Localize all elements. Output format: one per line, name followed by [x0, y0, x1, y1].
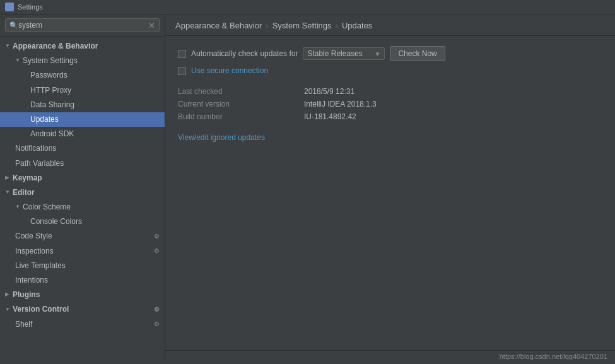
sidebar-item-updates[interactable]: Updates	[0, 112, 165, 127]
content-panel: Appearance & Behavior › System Settings …	[165, 15, 615, 362]
sidebar-item-keymap[interactable]: Keymap	[0, 171, 165, 185]
search-bar: ✕	[0, 15, 165, 37]
clear-search-icon[interactable]: ✕	[148, 21, 155, 30]
secure-connection-label: Use secure connection	[191, 66, 268, 75]
search-input-wrapper[interactable]: ✕	[5, 18, 160, 32]
status-bar: https://blog.csdn.net/lqq404270201	[165, 350, 615, 362]
sidebar-item-path-variables[interactable]: Path Variables	[0, 156, 165, 171]
code-style-badge: ⚙	[154, 232, 160, 242]
expand-icon	[15, 57, 21, 65]
breadcrumb-part-2: System Settings	[272, 21, 332, 30]
build-number-label: Build number	[178, 112, 254, 121]
channel-dropdown-wrapper[interactable]: Stable Releases Beta Releases EAP ▼	[303, 47, 385, 60]
view-ignored-updates-link[interactable]: View/edit ignored updates	[178, 133, 265, 142]
sidebar-item-label: HTTP Proxy	[30, 85, 71, 97]
sidebar-item-version-control[interactable]: Version Control ⚙	[0, 302, 165, 317]
last-checked-label: Last checked	[178, 87, 254, 96]
current-version-row: Current version IntelliJ IDEA 2018.1.3	[178, 98, 602, 110]
expand-icon	[5, 174, 11, 182]
sidebar-item-label: Inspections	[15, 245, 54, 257]
current-version-label: Current version	[178, 100, 254, 109]
sidebar-item-label: Code Style	[15, 230, 52, 242]
shelf-badge: ⚙	[154, 319, 160, 329]
title-bar: Settings	[0, 0, 615, 15]
inspections-badge: ⚙	[154, 246, 160, 256]
settings-content: Automatically check updates for Stable R…	[165, 36, 615, 350]
auto-check-checkbox[interactable]	[178, 50, 186, 58]
sidebar-item-label: Plugins	[13, 289, 40, 301]
sidebar-item-android-sdk[interactable]: Android SDK	[0, 127, 165, 141]
info-table: Last checked 2018/5/9 12:31 Current vers…	[178, 85, 602, 123]
breadcrumb-sep-1: ›	[266, 21, 268, 30]
expand-icon	[5, 306, 11, 314]
last-checked-value: 2018/5/9 12:31	[304, 87, 354, 96]
last-checked-row: Last checked 2018/5/9 12:31	[178, 85, 602, 98]
current-version-value: IntelliJ IDEA 2018.1.3	[304, 100, 377, 109]
version-control-badge: ⚙	[154, 305, 160, 315]
sidebar-item-label: Shelf	[15, 319, 32, 331]
sidebar-item-label: Keymap	[13, 172, 42, 184]
expand-icon	[5, 42, 11, 50]
sidebar-item-shelf[interactable]: Shelf ⚙	[0, 317, 165, 332]
sidebar-item-inspections[interactable]: Inspections ⚙	[0, 244, 165, 259]
channel-select[interactable]: Stable Releases Beta Releases EAP	[307, 49, 374, 58]
sidebar-item-intentions[interactable]: Intentions	[0, 273, 165, 288]
expand-icon	[5, 189, 11, 197]
sidebar-item-http-proxy[interactable]: HTTP Proxy	[0, 83, 165, 98]
breadcrumb: Appearance & Behavior › System Settings …	[165, 15, 615, 36]
secure-connection-checkbox[interactable]	[178, 67, 186, 75]
sidebar-item-label: Updates	[30, 114, 59, 126]
sidebar-item-notifications[interactable]: Notifications	[0, 141, 165, 156]
secure-connection-row: Use secure connection	[178, 66, 602, 75]
auto-check-label: Automatically check updates for	[191, 49, 298, 58]
tree-container: Appearance & Behavior System Settings Pa…	[0, 37, 165, 362]
sidebar-item-color-scheme[interactable]: Color Scheme	[0, 200, 165, 214]
expand-icon	[15, 203, 21, 211]
sidebar-item-label: Live Templates	[15, 260, 66, 272]
sidebar-item-label: System Settings	[23, 55, 78, 67]
breadcrumb-part-3: Updates	[342, 21, 372, 30]
search-icon	[9, 21, 18, 30]
sidebar-item-label: Data Sharing	[30, 99, 74, 111]
sidebar-item-appearance-behavior[interactable]: Appearance & Behavior	[0, 39, 165, 54]
sidebar-item-console-colors[interactable]: Console Colors	[0, 214, 165, 229]
window-icon	[5, 3, 14, 11]
status-url: https://blog.csdn.net/lqq404270201	[500, 353, 607, 360]
expand-icon	[5, 291, 11, 299]
breadcrumb-part-1: Appearance & Behavior	[175, 21, 262, 30]
sidebar-item-label: Color Scheme	[23, 201, 71, 213]
sidebar-item-label: Path Variables	[15, 158, 64, 170]
sidebar-item-label: Editor	[13, 187, 35, 199]
sidebar-item-editor[interactable]: Editor	[0, 185, 165, 200]
build-number-value: IU-181.4892.42	[304, 112, 356, 121]
breadcrumb-sep-2: ›	[336, 21, 338, 30]
sidebar-item-label: Version Control	[13, 303, 69, 315]
sidebar-item-system-settings[interactable]: System Settings	[0, 54, 165, 68]
sidebar-item-live-templates[interactable]: Live Templates	[0, 259, 165, 273]
build-number-row: Build number IU-181.4892.42	[178, 110, 602, 123]
sidebar-item-data-sharing[interactable]: Data Sharing	[0, 98, 165, 112]
sidebar-item-label: Console Colors	[30, 216, 82, 228]
sidebar-item-code-style[interactable]: Code Style ⚙	[0, 229, 165, 244]
window-title: Settings	[18, 3, 43, 11]
sidebar-item-label: Appearance & Behavior	[13, 40, 98, 52]
sidebar-item-label: Android SDK	[30, 128, 74, 140]
main-layout: ✕ Appearance & Behavior System Settings …	[0, 15, 615, 362]
auto-check-row: Automatically check updates for Stable R…	[178, 46, 602, 61]
sidebar-item-label: Passwords	[30, 69, 67, 81]
search-input[interactable]	[18, 21, 148, 30]
sidebar-item-label: Intentions	[15, 274, 48, 286]
check-now-button[interactable]: Check Now	[390, 46, 445, 61]
sidebar-item-plugins[interactable]: Plugins	[0, 288, 165, 302]
sidebar-item-label: Notifications	[15, 143, 56, 155]
dropdown-arrow-icon: ▼	[375, 50, 381, 57]
sidebar-item-passwords[interactable]: Passwords	[0, 68, 165, 83]
sidebar: ✕ Appearance & Behavior System Settings …	[0, 15, 165, 362]
